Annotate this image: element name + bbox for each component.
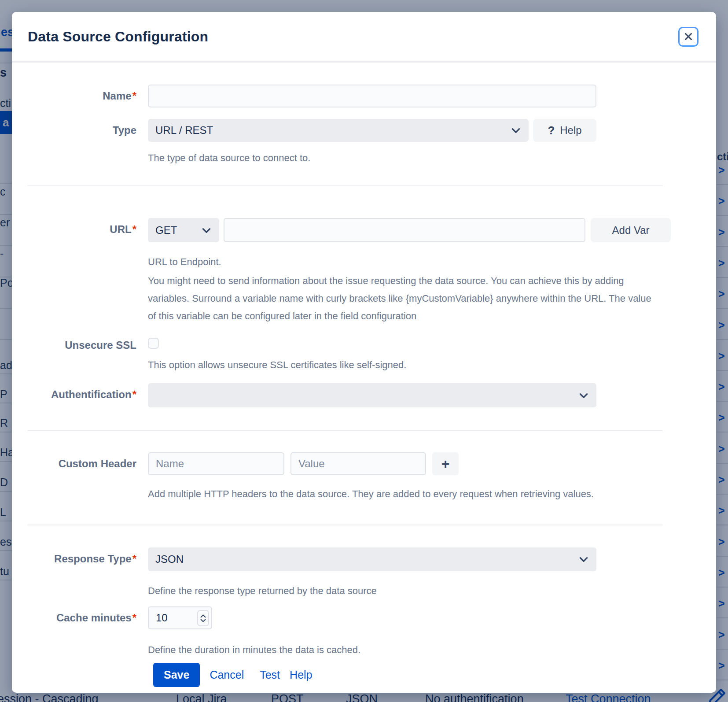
data-source-configuration-modal: Data Source Configuration Name* T — [12, 12, 716, 693]
required-asterisk: * — [132, 90, 136, 102]
type-field-row: Type URL / REST ? Help — [12, 119, 716, 165]
unsecure-ssl-helper-text: This option allows unsecure SSL certific… — [148, 358, 596, 372]
type-select-value: URL / REST — [155, 124, 213, 137]
chevron-down-icon — [578, 554, 589, 565]
response-type-helper-text: Define the response type returned by the… — [148, 584, 596, 598]
type-helper-text: The type of data source to connect to. — [148, 151, 596, 165]
section-divider — [28, 430, 662, 431]
authentification-row: Authentification* — [12, 383, 716, 407]
cancel-button[interactable]: Cancel — [210, 663, 244, 687]
test-button-label: Test — [260, 669, 280, 681]
authentification-select[interactable] — [148, 383, 596, 407]
chevron-down-icon — [510, 125, 522, 136]
response-type-select[interactable]: JSON — [148, 547, 596, 571]
response-type-value: JSON — [155, 553, 184, 565]
cache-minutes-row: Cache minutes* De — [12, 606, 716, 657]
url-field-row: URL* GET Add Var — [12, 218, 716, 325]
required-asterisk: * — [132, 612, 136, 624]
spinner-up-icon — [200, 614, 206, 618]
modal-actions-row: Save Cancel Test Help — [12, 663, 716, 687]
save-button[interactable]: Save — [153, 663, 200, 687]
add-var-button-label: Add Var — [612, 224, 650, 236]
name-label: Name* — [28, 85, 136, 103]
custom-header-name-input[interactable] — [148, 452, 284, 475]
modal-title: Data Source Configuration — [28, 29, 208, 45]
custom-header-label: Custom Header — [28, 452, 136, 470]
section-divider — [28, 185, 662, 186]
modal-body: Name* Type URL / REST — [12, 63, 716, 693]
close-icon — [683, 31, 694, 42]
unsecure-ssl-row: Unsecure SSL This option allows unsecure… — [12, 338, 716, 372]
unsecure-ssl-checkbox[interactable] — [148, 338, 159, 349]
help-button-label: Help — [560, 124, 581, 137]
url-label: URL* — [28, 218, 136, 236]
name-input[interactable] — [148, 85, 596, 107]
help-button[interactable]: ? Help — [533, 119, 596, 142]
response-type-row: Response Type* JSON Define the response … — [12, 547, 716, 598]
custom-header-helper-text: Add multiple HTTP headers to the data so… — [148, 488, 596, 501]
cache-minutes-helper-text: Define the duration in minutes the data … — [148, 643, 596, 657]
screen: es s cti a cer-PoadPRHaDLestu ctio >>>>>… — [0, 0, 728, 702]
type-label: Type — [28, 119, 136, 137]
required-asterisk: * — [132, 223, 136, 235]
section-divider — [28, 525, 662, 525]
save-button-label: Save — [164, 669, 189, 681]
help-link-button[interactable]: Help — [290, 663, 312, 687]
response-type-label: Response Type* — [28, 547, 136, 565]
http-method-select[interactable]: GET — [148, 218, 219, 242]
chevron-down-icon — [578, 390, 589, 401]
spinner-down-icon — [200, 619, 206, 622]
url-helper-line1: URL to Endpoint. — [148, 255, 683, 269]
custom-header-value-input[interactable] — [290, 452, 426, 475]
unsecure-ssl-label: Unsecure SSL — [28, 338, 136, 352]
test-button[interactable]: Test — [260, 663, 280, 687]
type-select[interactable]: URL / REST — [148, 119, 529, 142]
add-header-button[interactable]: + — [432, 452, 459, 475]
add-var-button[interactable]: Add Var — [591, 218, 671, 242]
chevron-down-icon — [201, 225, 212, 236]
question-mark-icon: ? — [548, 124, 555, 137]
required-asterisk: * — [132, 553, 136, 565]
close-button[interactable] — [678, 27, 699, 47]
authentification-label: Authentification* — [28, 383, 136, 401]
url-input[interactable] — [224, 218, 585, 242]
plus-icon: + — [441, 456, 450, 472]
cache-minutes-spinner[interactable] — [197, 610, 209, 626]
required-asterisk: * — [132, 388, 136, 400]
help-link-label: Help — [290, 669, 312, 681]
cancel-button-label: Cancel — [210, 669, 244, 681]
name-field-row: Name* — [12, 85, 716, 107]
http-method-value: GET — [155, 224, 177, 236]
url-helper-line2: You might need to send information about… — [148, 272, 661, 325]
custom-header-row: Custom Header + Add multiple HTTP header… — [12, 452, 716, 501]
modal-header: Data Source Configuration — [12, 12, 716, 63]
cache-minutes-label: Cache minutes* — [28, 606, 136, 624]
